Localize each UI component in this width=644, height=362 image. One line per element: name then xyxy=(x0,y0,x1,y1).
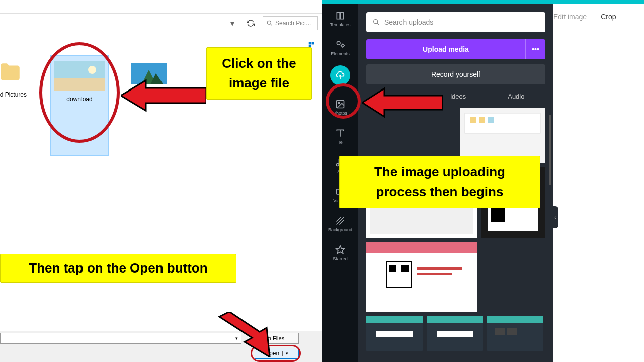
tab-videos[interactable]: ideos xyxy=(450,93,466,100)
svg-rect-47 xyxy=(417,267,462,270)
sidebar-label: Templates xyxy=(330,22,350,27)
sidebar-label: Starred xyxy=(333,256,348,261)
svg-marker-22 xyxy=(336,245,345,253)
svg-rect-50 xyxy=(376,331,413,337)
nav-dropdown-icon[interactable]: ▾ xyxy=(230,19,239,28)
uploads-search-input[interactable]: Search uploads xyxy=(366,12,545,32)
svg-rect-10 xyxy=(341,12,344,19)
upload-thumb[interactable] xyxy=(487,316,543,351)
crop-button[interactable]: Crop xyxy=(601,13,616,21)
canva-title-bar xyxy=(322,0,644,4)
dialog-search-input[interactable]: Search Pict... xyxy=(263,16,318,30)
sidebar-uploads[interactable] xyxy=(330,65,350,85)
svg-rect-3 xyxy=(312,42,314,45)
search-placeholder: Search Pict... xyxy=(275,20,311,27)
svg-rect-55 xyxy=(507,328,517,335)
upload-thumb[interactable] xyxy=(460,108,545,163)
panel-scrollbar[interactable] xyxy=(549,115,551,185)
upload-thumb[interactable] xyxy=(366,316,423,351)
svg-point-0 xyxy=(267,21,271,24)
svg-rect-43 xyxy=(366,242,477,253)
annotation-arrow-to-open xyxy=(209,312,280,357)
svg-rect-26 xyxy=(465,113,540,133)
canva-toolbar: Edit image Crop xyxy=(553,4,616,29)
search-placeholder: Search uploads xyxy=(384,18,433,26)
svg-line-24 xyxy=(377,23,379,25)
refresh-button[interactable] xyxy=(244,16,258,30)
annotation-circle-upload xyxy=(326,83,361,119)
edit-image-button[interactable]: Edit image xyxy=(553,13,587,21)
filename-input[interactable]: ▾ xyxy=(0,333,242,344)
svg-rect-51 xyxy=(427,316,483,323)
sidebar-label: Elements xyxy=(331,51,350,56)
svg-point-15 xyxy=(337,163,339,166)
annotation-arrow-to-upload xyxy=(362,85,443,126)
tab-audio[interactable]: Audio xyxy=(508,93,524,100)
svg-rect-52 xyxy=(437,331,473,337)
sidebar-label: Te xyxy=(338,140,343,145)
upload-thumb[interactable] xyxy=(427,316,483,351)
record-label: Record yourself xyxy=(431,70,480,78)
svg-rect-46 xyxy=(401,265,409,272)
annotation-tap-open: Then tap on the Open button xyxy=(0,254,236,283)
svg-rect-48 xyxy=(417,273,452,275)
svg-rect-53 xyxy=(487,316,543,323)
svg-marker-57 xyxy=(362,88,443,117)
svg-rect-9 xyxy=(337,12,340,19)
record-yourself-button[interactable]: Record yourself xyxy=(366,64,545,84)
upload-more-icon[interactable]: ••• xyxy=(525,39,545,59)
sidebar-label: Background xyxy=(328,227,352,232)
svg-marker-56 xyxy=(121,80,206,111)
annotation-click-image: Click on the image file xyxy=(206,47,312,100)
upload-thumb[interactable] xyxy=(366,242,477,312)
svg-point-11 xyxy=(337,41,340,45)
sidebar-templates[interactable]: Templates xyxy=(322,4,358,33)
upload-media-button[interactable]: Upload media ••• xyxy=(366,39,545,59)
svg-rect-27 xyxy=(470,117,476,123)
svg-rect-45 xyxy=(389,265,396,272)
sidebar-starred[interactable]: Starred xyxy=(322,238,358,267)
sidebar-elements[interactable]: Elements xyxy=(322,33,358,62)
annotation-uploading: The image uploading process then begins xyxy=(339,156,540,208)
panel-collapse-handle[interactable]: ‹ xyxy=(552,206,558,228)
svg-rect-39 xyxy=(491,208,505,222)
svg-rect-2 xyxy=(309,42,311,45)
svg-line-1 xyxy=(270,24,272,25)
svg-point-23 xyxy=(374,20,378,24)
svg-rect-29 xyxy=(488,117,494,123)
sidebar-text[interactable]: Te xyxy=(322,122,358,151)
svg-rect-54 xyxy=(495,328,505,335)
dialog-header: ▾ Search Pict... xyxy=(0,13,322,33)
svg-rect-49 xyxy=(366,316,423,323)
folder-label: ved Pictures xyxy=(0,91,35,98)
upload-label: Upload media xyxy=(366,45,525,53)
sidebar-background[interactable]: Background xyxy=(322,209,358,238)
folder-saved-pictures[interactable]: ved Pictures xyxy=(0,55,35,156)
svg-marker-58 xyxy=(219,312,270,357)
uploads-grid xyxy=(366,108,545,351)
annotation-circle-file xyxy=(39,42,120,143)
svg-rect-28 xyxy=(479,117,485,123)
annotation-arrow-to-file xyxy=(121,75,206,126)
